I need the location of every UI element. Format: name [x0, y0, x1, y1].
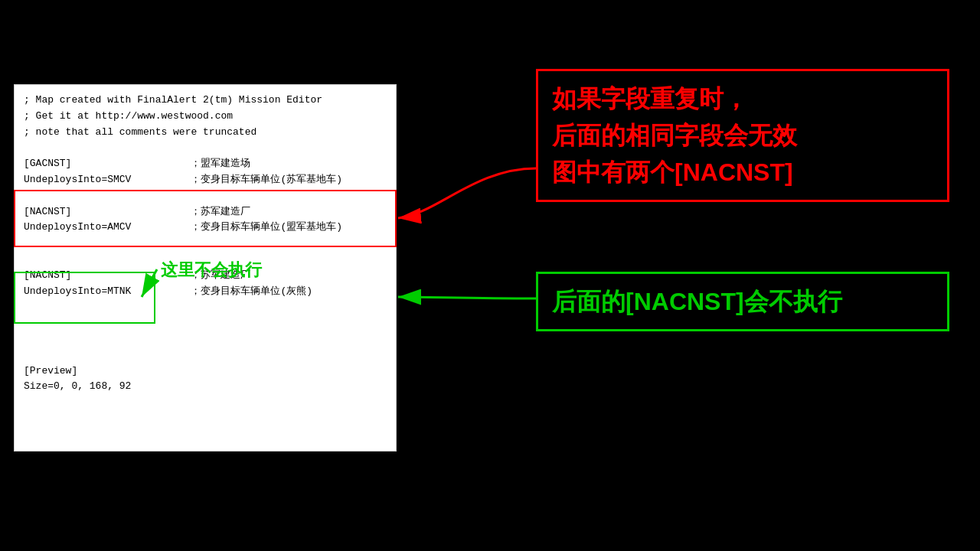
code-line-6: UndeploysInto=SMCV ；变身目标车辆单位(苏军基地车): [24, 172, 387, 188]
code-line-1: ; Map created with FinalAlert 2(tm) Miss…: [24, 93, 387, 109]
code-line-15: [24, 315, 387, 331]
code-line-16: [24, 331, 387, 347]
code-line-5: [GACNST] ；盟军建造场: [24, 156, 387, 172]
code-line-14: [24, 299, 387, 315]
annotation-red-text: 如果字段重复时，后面的相同字段会无效图中有两个[NACNST]: [552, 85, 797, 186]
red-arrow: [398, 168, 536, 218]
green-label: 这里不会执行: [161, 259, 262, 282]
code-line-17: [24, 347, 387, 364]
code-line-9: UndeploysInto=AMCV ；变身目标车辆单位(盟军基地车): [24, 220, 387, 236]
code-line-8: [NACNST] ；苏军建造厂: [24, 204, 387, 220]
annotation-red-box: 如果字段重复时，后面的相同字段会无效图中有两个[NACNST]: [536, 69, 949, 202]
code-line-18: [Preview]: [24, 364, 387, 380]
annotation-green-text: 后面的[NACNST]会不执行: [552, 288, 842, 315]
code-line-13: UndeploysInto=MTNK ；变身目标车辆单位(灰熊): [24, 284, 387, 300]
code-line-10: [24, 236, 387, 252]
annotation-green-box: 后面的[NACNST]会不执行: [536, 272, 949, 331]
code-line-19: Size=0, 0, 168, 92: [24, 379, 387, 395]
code-line-7: [24, 188, 387, 204]
code-line-4: [24, 140, 387, 156]
code-line-2: ; Get it at http://www.westwood.com: [24, 109, 387, 125]
green-arrow-right: [398, 297, 536, 298]
code-line-3: ; note that all comments were truncated: [24, 125, 387, 141]
